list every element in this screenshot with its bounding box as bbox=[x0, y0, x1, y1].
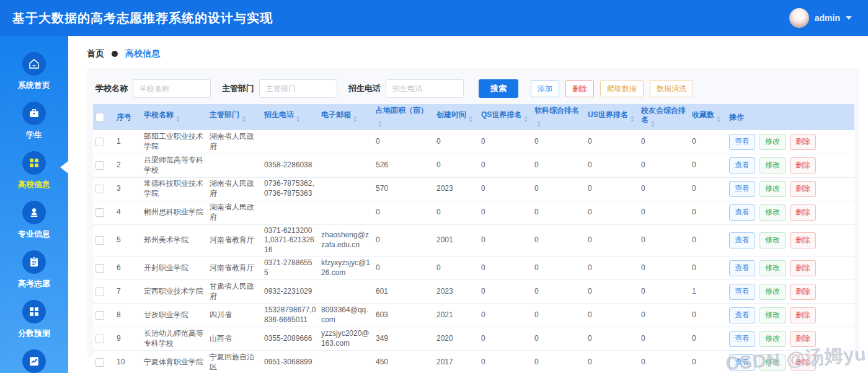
cell-ops: 查看修改删除 bbox=[727, 304, 854, 327]
row-delete-button[interactable]: 删除 bbox=[790, 204, 816, 221]
sort-icon[interactable] bbox=[524, 114, 528, 124]
department-input[interactable] bbox=[259, 79, 337, 98]
add-button[interactable]: 添加 bbox=[531, 80, 559, 97]
cell-fav: 0 bbox=[689, 224, 727, 257]
row-checkbox[interactable] bbox=[95, 311, 104, 320]
edit-button[interactable]: 修改 bbox=[760, 307, 786, 323]
row-checkbox[interactable] bbox=[95, 358, 104, 367]
breadcrumb-current[interactable]: 高校信息 bbox=[125, 48, 160, 59]
column-header-name[interactable]: 学校名称 bbox=[141, 104, 207, 130]
cell-area: 526 bbox=[373, 154, 434, 177]
view-button[interactable]: 查看 bbox=[729, 260, 755, 276]
school-name-input[interactable] bbox=[133, 79, 211, 98]
grid-icon bbox=[22, 151, 46, 175]
row-delete-button[interactable]: 删除 bbox=[790, 354, 816, 371]
select-all-checkbox[interactable] bbox=[95, 113, 104, 121]
cell-soft: 0 bbox=[532, 224, 585, 257]
row-delete-button[interactable]: 删除 bbox=[790, 181, 816, 197]
cell-phone: 0951-3068899 bbox=[262, 351, 319, 373]
column-header-dept[interactable]: 主管部门 bbox=[207, 104, 262, 130]
view-button[interactable]: 查看 bbox=[729, 331, 755, 347]
column-header-phone[interactable]: 招生电话 bbox=[262, 104, 319, 130]
sort-icon[interactable] bbox=[378, 119, 382, 129]
cell-no: 7 bbox=[114, 280, 141, 304]
search-button[interactable]: 搜索 bbox=[479, 79, 518, 98]
view-button[interactable]: 查看 bbox=[729, 134, 755, 150]
view-button[interactable]: 查看 bbox=[729, 354, 755, 371]
column-header-soft[interactable]: 软科综合排名 bbox=[532, 104, 585, 130]
edit-button[interactable]: 修改 bbox=[760, 232, 786, 248]
crawl-data-button[interactable]: 爬取数据 bbox=[600, 80, 644, 97]
cell-alumni: 0 bbox=[639, 280, 689, 304]
cell-qs: 0 bbox=[479, 154, 532, 177]
column-header-us[interactable]: US世界排名 bbox=[585, 104, 639, 130]
edit-button[interactable]: 修改 bbox=[760, 354, 786, 371]
data-clean-button[interactable]: 数据清洗 bbox=[650, 80, 693, 97]
row-checkbox[interactable] bbox=[95, 161, 104, 170]
avatar[interactable] bbox=[789, 8, 809, 28]
row-checkbox[interactable] bbox=[95, 185, 104, 193]
row-delete-button[interactable]: 删除 bbox=[790, 284, 816, 300]
edit-button[interactable]: 修改 bbox=[760, 260, 786, 276]
edit-button[interactable]: 修改 bbox=[760, 204, 786, 221]
grid-icon bbox=[22, 300, 46, 323]
edit-button[interactable]: 修改 bbox=[760, 134, 786, 150]
row-checkbox[interactable] bbox=[95, 138, 104, 146]
phone-input[interactable] bbox=[386, 79, 464, 98]
column-header-email[interactable]: 电子邮箱 bbox=[319, 104, 373, 130]
cell-email bbox=[319, 154, 373, 177]
cell-area: 0 bbox=[373, 224, 434, 257]
view-button[interactable]: 查看 bbox=[729, 307, 755, 323]
row-delete-button[interactable]: 删除 bbox=[790, 331, 816, 347]
row-checkbox[interactable] bbox=[95, 335, 104, 343]
view-button[interactable]: 查看 bbox=[729, 232, 755, 248]
sidebar-item-home[interactable]: 系统首页 bbox=[0, 52, 68, 102]
sidebar-item-student[interactable]: 学生 bbox=[0, 102, 68, 151]
column-header-area[interactable]: 占地面积（亩） bbox=[373, 104, 434, 130]
sort-icon[interactable] bbox=[242, 114, 246, 124]
row-delete-button[interactable]: 删除 bbox=[790, 232, 816, 248]
row-checkbox[interactable] bbox=[95, 208, 104, 217]
sort-icon[interactable] bbox=[469, 114, 472, 124]
sort-icon[interactable] bbox=[537, 119, 541, 129]
sort-icon[interactable] bbox=[631, 114, 634, 124]
cell-name: 甘孜职业学院 bbox=[141, 304, 207, 327]
breadcrumb-home[interactable]: 首页 bbox=[87, 48, 104, 59]
row-delete-button[interactable]: 删除 bbox=[790, 157, 816, 173]
column-header-qs[interactable]: QS世界排名 bbox=[479, 104, 532, 130]
row-checkbox[interactable] bbox=[95, 264, 104, 273]
sidebar-item-gaokao-volunteer[interactable]: 高考志愿 bbox=[0, 250, 68, 300]
edit-button[interactable]: 修改 bbox=[760, 331, 786, 347]
cell-created: 2023 bbox=[434, 280, 479, 304]
row-delete-button[interactable]: 删除 bbox=[790, 260, 816, 276]
sidebar-item-visualization[interactable] bbox=[0, 349, 68, 373]
column-header-fav[interactable]: 收藏数 bbox=[689, 104, 727, 130]
sort-icon[interactable] bbox=[717, 114, 720, 124]
edit-button[interactable]: 修改 bbox=[760, 181, 786, 197]
user-menu[interactable]: admin bbox=[789, 8, 852, 28]
row-checkbox[interactable] bbox=[95, 287, 104, 296]
row-delete-button[interactable]: 删除 bbox=[790, 307, 816, 323]
view-button[interactable]: 查看 bbox=[729, 157, 755, 173]
column-header-alumni[interactable]: 校友会综合排名 bbox=[639, 104, 689, 130]
sort-icon[interactable] bbox=[353, 114, 357, 124]
sidebar-item-score-prediction[interactable]: 分数预测 bbox=[0, 300, 68, 349]
sort-icon[interactable] bbox=[296, 114, 300, 124]
sidebar-item-major-info[interactable]: 专业信息 bbox=[0, 201, 68, 250]
view-button[interactable]: 查看 bbox=[729, 204, 755, 221]
sort-icon[interactable] bbox=[176, 114, 180, 124]
row-delete-button[interactable]: 删除 bbox=[790, 134, 816, 150]
sidebar-item-college-info[interactable]: 高校信息 bbox=[0, 151, 68, 201]
edit-button[interactable]: 修改 bbox=[760, 284, 786, 300]
view-button[interactable]: 查看 bbox=[729, 284, 755, 300]
cell-qs: 0 bbox=[479, 224, 532, 257]
edit-button[interactable]: 修改 bbox=[760, 157, 786, 173]
delete-button[interactable]: 删除 bbox=[565, 80, 594, 97]
sidebar-item-label: 系统首页 bbox=[18, 80, 50, 91]
column-header-created[interactable]: 创建时间 bbox=[434, 104, 479, 130]
view-button[interactable]: 查看 bbox=[729, 181, 755, 197]
cell-us: 0 bbox=[585, 177, 639, 201]
row-checkbox[interactable] bbox=[95, 236, 104, 245]
cell-created: 2023 bbox=[434, 177, 479, 201]
sort-icon[interactable] bbox=[651, 119, 655, 129]
